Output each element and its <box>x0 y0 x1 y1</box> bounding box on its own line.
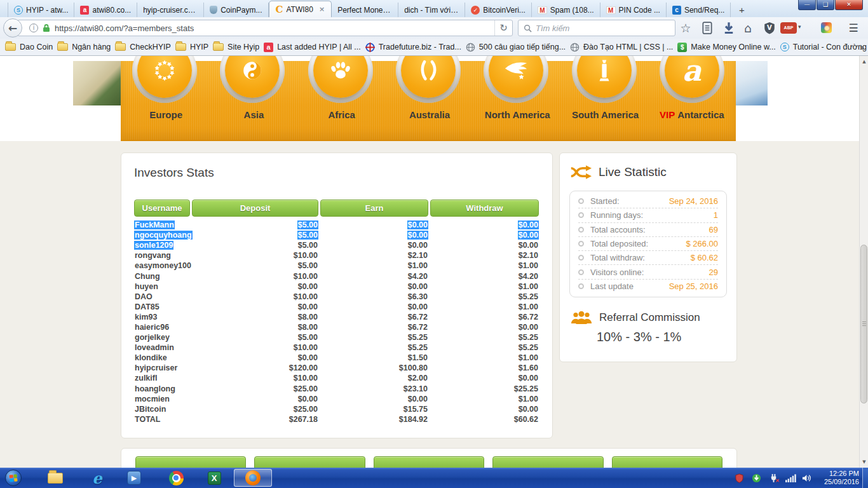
search-input[interactable] <box>536 24 670 33</box>
start-button[interactable] <box>5 470 22 486</box>
home-icon[interactable] <box>741 22 755 34</box>
continent-asia[interactable]: Asia <box>208 61 296 140</box>
withdraw-text: $0.00 <box>518 220 539 229</box>
bookmark-tradefuture[interactable]: Tradefuture.biz - Trad... <box>365 43 461 52</box>
tab-label: Send/Req... <box>684 6 724 15</box>
taskbar-explorer[interactable] <box>46 470 65 485</box>
continent-europe[interactable]: Europe <box>121 61 208 140</box>
address-bar[interactable] <box>17 20 513 36</box>
continents-banner: Europe Asia Africa Australia <box>121 61 736 141</box>
scrollbar-thumb[interactable] <box>860 245 867 403</box>
back-button[interactable] <box>3 18 22 37</box>
continent-south-america[interactable]: South America <box>560 61 648 140</box>
deposit-cell: $5.00 <box>192 241 318 250</box>
deposit-cell: $10.00 <box>192 251 318 260</box>
deposit-text: $5.00 <box>297 333 318 342</box>
tab-atwi80-active[interactable]: ATWI80× <box>269 1 332 17</box>
tab-hyip[interactable]: HYIP - atw... <box>8 3 74 17</box>
menu-hamburger-icon[interactable] <box>846 22 860 34</box>
tab-send-req[interactable]: Send/Req... <box>667 3 731 17</box>
taskbar-internet-explorer[interactable] <box>88 470 107 485</box>
footer-green-button[interactable] <box>492 456 603 468</box>
taskbar-firefox-active[interactable] <box>234 469 272 487</box>
table-row: mocmien $0.00 $0.00 $1.00 <box>134 394 539 404</box>
footer-green-button[interactable] <box>254 456 365 468</box>
continent-australia[interactable]: Australia <box>384 61 472 140</box>
username-cell: Chung <box>134 272 190 281</box>
tray-volume-icon[interactable] <box>801 473 812 483</box>
scroll-down-arrow[interactable] <box>860 458 868 466</box>
downloads-icon[interactable] <box>722 22 736 34</box>
page-scrollbar[interactable] <box>859 56 868 468</box>
continent-north-america[interactable]: North America <box>472 61 560 140</box>
table-row: TOTAL $267.18 $184.92 $60.62 <box>134 414 539 424</box>
new-tab-button[interactable]: + <box>733 3 750 17</box>
bookmark-tutorial[interactable]: Tutorial - Con đường ... <box>780 43 868 51</box>
username-text: mocmien <box>134 395 170 403</box>
continent-antarctica[interactable]: VIPAntarctica <box>648 61 736 140</box>
bookmark-last-added-hyip[interactable]: Last added HYIP | All ... <box>264 43 361 52</box>
bookmarks-list-icon[interactable] <box>700 22 714 34</box>
adblock-caret-icon[interactable] <box>798 24 801 30</box>
tab-bitcoinveri[interactable]: BitcoinVeri... <box>465 3 532 17</box>
column-header-deposit[interactable]: Deposit <box>192 200 318 217</box>
minimize-button[interactable] <box>798 0 816 10</box>
maximize-button[interactable] <box>817 0 834 10</box>
tab-close-icon[interactable]: × <box>319 5 325 13</box>
bookmark-dao-tao-html[interactable]: Đào Tạo HTML | CSS | ... <box>570 43 673 52</box>
adblock-plus-icon[interactable]: ABP <box>780 22 797 34</box>
tab-perfect-money[interactable]: Perfect Money... <box>332 3 398 17</box>
tray-signal-icon[interactable] <box>785 473 796 483</box>
username-cell: DAO <box>134 292 190 301</box>
tab-atwi80-2[interactable]: atwi80.co... <box>74 3 137 17</box>
table-row: hyipcruiser $120.00 $100.80 $1.60 <box>134 363 539 373</box>
taskbar-excel[interactable] <box>205 470 224 485</box>
deposit-text: $10.00 <box>293 251 318 260</box>
tray-idm-icon[interactable] <box>751 473 762 483</box>
bookmark-star-icon[interactable] <box>679 22 693 34</box>
deposit-text: $10.00 <box>293 374 318 383</box>
column-header-earn[interactable]: Earn <box>320 200 428 217</box>
deposit-text: $25.00 <box>293 384 318 393</box>
scroll-up-arrow[interactable] <box>860 57 868 66</box>
footer-green-button[interactable] <box>612 456 722 468</box>
taskbar-clock[interactable]: 12:26 PM 25/09/2016 <box>813 470 859 486</box>
close-button[interactable] <box>835 0 863 10</box>
shield-icon[interactable]: V <box>763 22 776 34</box>
tab-pin-code[interactable]: PIN Code ... <box>600 3 667 17</box>
reload-icon[interactable] <box>494 20 512 36</box>
tab-hyip-cruiser[interactable]: hyip-cruiser.co... <box>137 3 204 17</box>
footer-green-button[interactable] <box>374 456 484 468</box>
bookmark-folder-site-hyip[interactable]: Site Hyip <box>213 43 259 51</box>
bookmark-make-money[interactable]: Make Money Online w... <box>677 43 775 52</box>
bookmark-folder-hyip[interactable]: HYIP <box>175 43 208 51</box>
deposit-cell: $0.00 <box>192 282 318 291</box>
username-text: DAO <box>134 292 153 301</box>
tab-dich[interactable]: dich - Tìm với ... <box>398 3 465 17</box>
tray-shield-icon[interactable] <box>734 473 745 483</box>
bookmarks-overflow-chevron[interactable]: » <box>860 43 864 52</box>
column-header-username[interactable]: Username <box>134 200 190 217</box>
taskbar-chrome[interactable] <box>166 470 186 485</box>
bookmark-folder-checkhyip[interactable]: CheckHYIP <box>115 43 171 51</box>
withdraw-text: $0.00 <box>518 323 539 332</box>
tab-coinpayments[interactable]: CoinPaym... <box>204 3 268 17</box>
taskbar-media-player[interactable] <box>125 470 144 485</box>
page-info-icon[interactable] <box>29 24 38 32</box>
deposit-text: $8.00 <box>297 323 318 332</box>
bookmark-folder-dao-coin[interactable]: Dao Coin <box>5 43 53 51</box>
tray-network-icon[interactable]: × <box>768 473 779 483</box>
tab-gmail-spam[interactable]: Spam (108... <box>532 3 600 17</box>
column-header-withdraw[interactable]: Withdraw <box>430 200 539 217</box>
withdraw-text: $0.00 <box>518 374 539 383</box>
https-lock-icon[interactable] <box>43 24 50 32</box>
show-desktop-button[interactable] <box>862 468 868 488</box>
bookmark-folder-ngan-hang[interactable]: Ngân hàng <box>57 43 111 51</box>
footer-green-button[interactable] <box>135 456 246 468</box>
username-text: loveadmin <box>134 343 175 352</box>
search-bar[interactable] <box>518 20 675 36</box>
url-input[interactable] <box>55 24 490 33</box>
continent-africa[interactable]: Africa <box>297 61 384 140</box>
addon-colorful-icon[interactable] <box>821 22 832 33</box>
bookmark-500-cau[interactable]: 500 câu giao tiếp tiếng... <box>466 43 566 52</box>
